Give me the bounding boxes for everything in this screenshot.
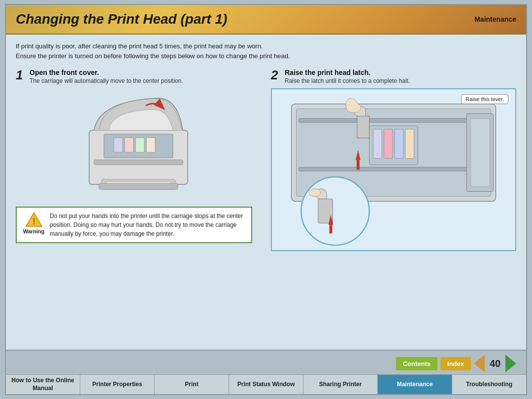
svg-rect-28 xyxy=(330,225,332,234)
contents-button[interactable]: Contents xyxy=(396,357,437,370)
latch-svg xyxy=(272,89,515,250)
header-category: Maintenance xyxy=(474,15,516,23)
intro-text: If print quality is poor, after cleaning… xyxy=(16,41,516,61)
page-title: Changing the Print Head (part 1) xyxy=(16,11,227,27)
step-1-header: 1 Open the front cover. The carriage wil… xyxy=(16,69,261,84)
svg-text:!: ! xyxy=(33,217,35,226)
svg-rect-8 xyxy=(146,138,155,152)
svg-rect-9 xyxy=(99,183,178,189)
step-2-title-block: Raise the print head latch. Raise the la… xyxy=(285,69,410,84)
step-2-illustration: Raise this lever. xyxy=(271,88,516,251)
step-2-subtitle: Raise the latch until it comes to a comp… xyxy=(285,77,410,84)
nav-tab-troubleshooting[interactable]: Troubleshooting xyxy=(452,375,526,394)
step-2-header: 2 Raise the print head latch. Raise the … xyxy=(271,69,516,84)
callout-bubble: Raise this lever. xyxy=(461,94,508,104)
next-page-button[interactable] xyxy=(505,355,516,372)
intro-line2: Ensure the printer is turned on before f… xyxy=(16,52,290,60)
svg-rect-15 xyxy=(299,167,488,171)
svg-point-26 xyxy=(309,189,321,197)
nav-tabs: How to Use the Online ManualPrinter Prop… xyxy=(6,374,526,394)
warning-icon-area: ! Warning xyxy=(23,212,45,234)
nav-tab-how-to-use[interactable]: How to Use the Online Manual xyxy=(6,375,80,394)
warning-box: ! Warning Do not put your hands into the… xyxy=(16,207,252,243)
svg-rect-3 xyxy=(94,160,183,165)
page-number: 40 xyxy=(488,358,502,369)
nav-tab-maintenance[interactable]: Maintenance xyxy=(378,375,452,394)
header: Changing the Print Head (part 1) Mainten… xyxy=(6,5,526,35)
step-1-illustration xyxy=(16,88,261,202)
step-1-number: 1 xyxy=(16,69,26,81)
nav-tab-print-status[interactable]: Print Status Window xyxy=(229,375,303,394)
nav-tab-printer-properties[interactable]: Printer Properties xyxy=(80,375,155,394)
svg-rect-19 xyxy=(395,129,403,158)
warning-label: Warning xyxy=(23,228,45,234)
svg-rect-23 xyxy=(357,160,360,170)
step-2-title: Raise the print head latch. xyxy=(285,69,410,76)
steps-container: 1 Open the front cover. The carriage wil… xyxy=(16,69,516,251)
content-area: If print quality is poor, after cleaning… xyxy=(6,35,526,350)
step-2-number: 2 xyxy=(271,69,281,81)
svg-rect-30 xyxy=(470,118,490,186)
nav-tab-sharing-printer[interactable]: Sharing Printer xyxy=(303,375,378,394)
step-2: 2 Raise the print head latch. Raise the … xyxy=(271,69,516,251)
warning-triangle-icon: ! xyxy=(25,212,43,227)
step-1: 1 Open the front cover. The carriage wil… xyxy=(16,69,261,251)
svg-rect-18 xyxy=(384,129,393,158)
nav-controls: Contents Index 40 xyxy=(6,351,526,374)
main-container: Changing the Print Head (part 1) Mainten… xyxy=(5,4,527,395)
prev-page-button[interactable] xyxy=(474,355,485,372)
step-1-title-block: Open the front cover. The carriage will … xyxy=(30,69,183,84)
step-1-subtitle: The carriage will automatically move to … xyxy=(30,77,183,84)
svg-point-24 xyxy=(301,177,369,245)
svg-rect-6 xyxy=(125,138,133,152)
printer-svg xyxy=(69,91,207,199)
index-button[interactable]: Index xyxy=(440,357,471,370)
svg-rect-5 xyxy=(114,138,123,152)
svg-rect-17 xyxy=(373,129,382,158)
nav-tab-print[interactable]: Print xyxy=(155,375,229,394)
svg-rect-14 xyxy=(299,118,488,122)
warning-text: Do not put your hands into the printer u… xyxy=(50,212,245,238)
step-1-title: Open the front cover. xyxy=(30,69,183,76)
intro-line1: If print quality is poor, after cleaning… xyxy=(16,42,263,50)
svg-rect-20 xyxy=(405,129,414,158)
svg-rect-7 xyxy=(135,138,144,152)
bottom-nav: Contents Index 40 How to Use the Online … xyxy=(6,350,526,394)
